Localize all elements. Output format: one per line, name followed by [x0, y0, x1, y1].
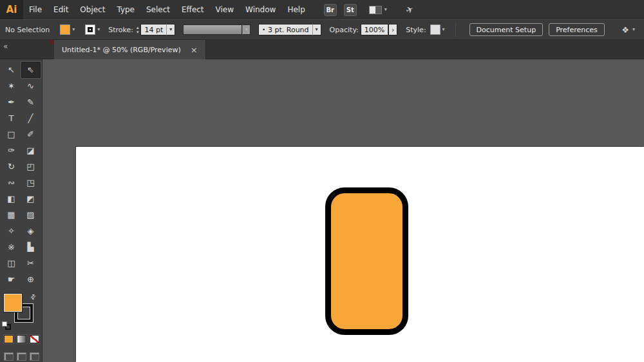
chevron-down-icon: ▾	[384, 7, 387, 12]
brush-definition-dropdown[interactable]: ▾	[312, 24, 321, 35]
opacity-field[interactable]: 100%	[361, 24, 388, 35]
blob-brush-tool[interactable]: ✐	[21, 126, 41, 142]
app-logo: Ai	[0, 0, 23, 19]
blend-tool[interactable]: ◈	[21, 223, 41, 239]
variable-width-profile-dropdown[interactable]	[183, 24, 242, 35]
direct-selection-tool[interactable]: ⇖	[21, 62, 41, 78]
menu-type[interactable]: Type	[111, 0, 140, 19]
stroke-weight-dropdown[interactable]: ▾	[166, 24, 175, 35]
slice-tool[interactable]: ✂	[21, 255, 41, 271]
swap-fill-stroke-icon[interactable]: ⇄	[28, 292, 37, 301]
chevron-down-icon[interactable]: ▾	[137, 30, 139, 34]
tool-grid: ↖⇖✶∿✒✎T╱□✐✑◪↻◰∾◳◧◩▦▨✧◈※▙◫✂☛⊕	[0, 62, 42, 287]
brush-definition-field[interactable]: • 3 pt. Round	[258, 24, 312, 35]
lasso-tool[interactable]: ∿	[21, 78, 41, 94]
document-tab-bar: « Untitled-1* @ 50% (RGB/Preview) ×	[0, 40, 644, 59]
opacity-label[interactable]: Opacity:	[330, 26, 359, 34]
sync-icon[interactable]: ✈	[404, 3, 415, 15]
opacity-flyout-button[interactable]: ›	[388, 24, 397, 35]
perspective-grid-tool[interactable]: ◩	[21, 191, 41, 207]
chevron-down-icon: ▾	[245, 27, 248, 32]
control-bar: No Selection ▾ ▾ Stroke: ▴ ▾ 14 pt ▾ ▾ •…	[0, 19, 644, 40]
pen-tool[interactable]: ✒	[2, 94, 21, 110]
brush-dot-icon: •	[262, 27, 265, 33]
document-tab[interactable]: Untitled-1* @ 50% (RGB/Preview) ×	[54, 40, 206, 59]
chevron-down-icon[interactable]: ▾	[442, 27, 445, 32]
illustrator-window: Ai File Edit Object Type Select Effect V…	[0, 0, 644, 362]
separator	[455, 23, 456, 37]
rotate-tool[interactable]: ↻	[2, 158, 21, 175]
menu-effect[interactable]: Effect	[176, 0, 210, 19]
fill-proxy-swatch[interactable]	[4, 294, 22, 312]
menu-window[interactable]: Window	[240, 0, 281, 19]
document-tab-title: Untitled-1* @ 50% (RGB/Preview)	[62, 46, 181, 54]
default-fill-stroke-button[interactable]	[2, 321, 12, 330]
menu-object[interactable]: Object	[74, 0, 111, 19]
magic-wand-tool[interactable]: ✶	[2, 78, 21, 94]
line-segment-tool[interactable]: ╱	[21, 110, 41, 126]
chevron-down-icon: ▾	[169, 27, 172, 32]
menu-select[interactable]: Select	[140, 0, 176, 19]
width-tool[interactable]: ∾	[2, 175, 21, 191]
preferences-button[interactable]: Preferences	[549, 23, 605, 36]
bridge-button[interactable]: Br	[324, 4, 337, 16]
hand-tool[interactable]: ☛	[2, 271, 21, 287]
menu-help[interactable]: Help	[281, 0, 310, 19]
chevron-down-icon[interactable]: ▾	[97, 27, 100, 32]
canvas-area[interactable]	[43, 59, 644, 362]
workspace-switcher[interactable]: ▾	[369, 6, 387, 14]
artboard[interactable]	[76, 147, 644, 362]
chevron-up-icon[interactable]: ▴	[137, 26, 139, 30]
menu-edit[interactable]: Edit	[48, 0, 74, 19]
variable-width-profile-caret[interactable]: ▾	[242, 24, 251, 35]
select-similar-icon[interactable]: ❖	[621, 25, 629, 35]
color-button[interactable]	[4, 335, 14, 343]
draw-inside-button[interactable]	[30, 352, 39, 361]
stroke-weight-field[interactable]: 14 pt	[140, 24, 166, 35]
eyedropper-tool[interactable]: ✧	[2, 223, 21, 239]
column-graph-tool[interactable]: ▙	[21, 239, 41, 255]
stroke-label[interactable]: Stroke:	[108, 26, 133, 34]
type-tool[interactable]: T	[2, 110, 21, 126]
rectangle-tool[interactable]: □	[2, 126, 21, 142]
none-button[interactable]	[30, 335, 39, 343]
tools-panel: ↖⇖✶∿✒✎T╱□✐✑◪↻◰∾◳◧◩▦▨✧◈※▙◫✂☛⊕ ⇄	[0, 59, 43, 362]
stroke-color-swatch[interactable]	[85, 24, 95, 35]
eraser-tool[interactable]: ◪	[21, 142, 41, 158]
shape-builder-tool[interactable]: ◧	[2, 191, 21, 207]
symbol-sprayer-tool[interactable]: ※	[2, 239, 21, 255]
paintbrush-tool[interactable]: ✎	[21, 94, 41, 110]
collapse-dock-button[interactable]: «	[3, 42, 8, 51]
style-label[interactable]: Style:	[406, 26, 426, 34]
gradient-tool[interactable]: ▨	[21, 207, 41, 223]
rounded-rectangle-shape[interactable]	[325, 187, 408, 335]
close-icon[interactable]: ×	[191, 46, 198, 54]
paint-mode-row	[4, 335, 39, 343]
document-setup-button[interactable]: Document Setup	[469, 23, 544, 36]
menu-bar-right: Br St ▾ ✈	[324, 4, 413, 16]
free-transform-tool[interactable]: ◳	[21, 175, 41, 191]
menu-file[interactable]: File	[23, 0, 48, 19]
fill-stroke-controls: ⇄	[0, 292, 43, 334]
gradient-button[interactable]	[17, 335, 26, 343]
chevron-down-icon: ▾	[316, 27, 318, 32]
menu-view[interactable]: View	[210, 0, 240, 19]
draw-normal-button[interactable]	[4, 352, 14, 361]
mesh-tool[interactable]: ▦	[2, 207, 21, 223]
zoom-tool[interactable]: ⊕	[21, 271, 41, 287]
draw-mode-row	[4, 352, 39, 361]
workspace-layout-icon	[369, 6, 382, 14]
draw-behind-button[interactable]	[17, 352, 26, 361]
chevron-down-icon[interactable]: ▾	[632, 27, 635, 32]
artboard-tool[interactable]: ◫	[2, 255, 21, 271]
selection-tool[interactable]: ↖	[2, 62, 21, 78]
scale-tool[interactable]: ◰	[21, 158, 41, 175]
chevron-down-icon[interactable]: ▾	[72, 27, 75, 32]
pencil-tool[interactable]: ✑	[2, 142, 21, 158]
stroke-weight-stepper[interactable]: ▴ ▾	[137, 26, 139, 34]
select-similar-group[interactable]: ❖ ▾	[621, 25, 635, 35]
stock-button[interactable]: St	[344, 4, 357, 16]
fill-color-swatch[interactable]	[60, 24, 70, 35]
graphic-style-swatch[interactable]	[430, 24, 440, 35]
menu-bar: Ai File Edit Object Type Select Effect V…	[0, 0, 644, 19]
